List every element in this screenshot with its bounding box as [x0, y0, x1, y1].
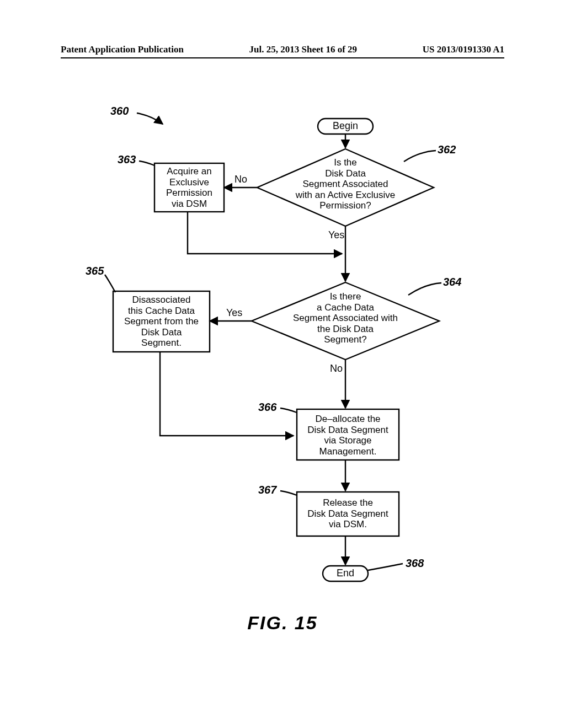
branch-362-no: No: [234, 174, 247, 185]
figure-caption: FIG. 15: [0, 612, 565, 634]
branch-364-no: No: [330, 363, 343, 374]
ref-367: 367: [258, 484, 276, 496]
ref-368: 368: [406, 557, 424, 570]
branch-362-yes: Yes: [328, 229, 344, 241]
process-363: Acquire an Exclusive Permission via DSM: [154, 166, 224, 209]
process-366: De–allocate the Disk Data Segment via St…: [297, 414, 399, 457]
process-365: Disassociated this Cache Data Segment fr…: [113, 295, 210, 349]
ref-366: 366: [258, 401, 276, 414]
end-terminator: End: [323, 568, 368, 579]
begin-terminator: Begin: [318, 120, 373, 132]
ref-364: 364: [443, 276, 461, 288]
ref-362: 362: [438, 143, 456, 156]
page: Patent Application Publication Jul. 25, …: [0, 0, 565, 728]
process-367: Release the Disk Data Segment via DSM.: [297, 497, 399, 530]
branch-364-yes: Yes: [226, 307, 242, 319]
decision-364: Is there a Cache Data Segment Associated…: [259, 291, 431, 345]
ref-360: 360: [110, 105, 129, 117]
decision-362: Is the Disk Data Segment Associated with…: [265, 157, 426, 211]
ref-363: 363: [118, 153, 136, 166]
ref-365: 365: [86, 265, 104, 277]
